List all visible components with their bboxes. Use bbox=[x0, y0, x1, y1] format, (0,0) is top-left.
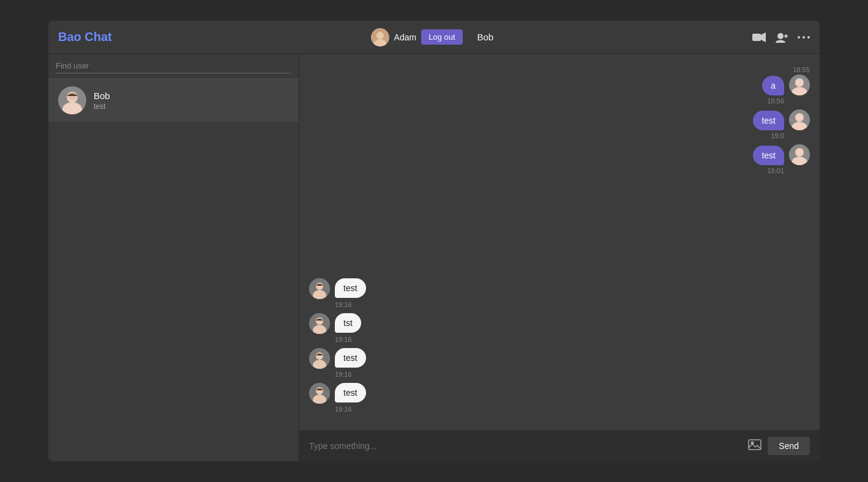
image-upload-button[interactable] bbox=[748, 439, 761, 454]
contact-last-message: test bbox=[94, 102, 110, 111]
top-bar: Bao Chat Adam Log out Bob bbox=[48, 21, 820, 54]
msg-out-row-test2: test bbox=[753, 144, 810, 165]
svg-point-8 bbox=[798, 36, 800, 39]
msg-out-group-test2: test 19:01 bbox=[309, 144, 810, 174]
svg-point-25 bbox=[316, 283, 323, 290]
incoming-avatar-4 bbox=[309, 383, 330, 404]
incoming-avatar-2 bbox=[309, 313, 330, 334]
out-time-test2: 19:01 bbox=[767, 167, 810, 174]
video-call-button[interactable] bbox=[752, 32, 766, 42]
msg-time-in-3: 19:16 bbox=[309, 371, 352, 378]
svg-point-28 bbox=[316, 317, 323, 325]
msg-time-in-4: 19:16 bbox=[309, 406, 352, 413]
msg-time-in-2: 19:16 bbox=[309, 336, 352, 343]
svg-rect-3 bbox=[752, 34, 761, 41]
svg-point-34 bbox=[316, 387, 323, 395]
svg-point-16 bbox=[795, 78, 804, 87]
more-options-button[interactable] bbox=[798, 35, 810, 39]
current-user-avatar bbox=[371, 28, 389, 46]
msg-row-in-4: test bbox=[309, 383, 366, 404]
msg-bubble-a: a bbox=[762, 76, 784, 95]
sidebar: Bob test bbox=[48, 54, 299, 461]
search-input[interactable] bbox=[56, 59, 291, 73]
messages-container: 18:55 a 18:56 bbox=[299, 54, 820, 430]
svg-point-1 bbox=[376, 32, 384, 39]
msg-out-group-a: a 18:56 bbox=[309, 75, 810, 105]
msg-bubble-in-4: test bbox=[335, 383, 366, 402]
chat-partner-name: Bob bbox=[477, 32, 494, 42]
msg-bubble-test1: test bbox=[753, 111, 784, 130]
msg-row-in-1: test bbox=[309, 278, 366, 299]
outgoing-avatar-a bbox=[789, 75, 810, 95]
timestamp-1855: 18:55 bbox=[309, 66, 810, 73]
msg-out-group-test1: test 19:0 bbox=[309, 109, 810, 139]
msg-group-in-3: test 19:16 bbox=[309, 348, 810, 378]
msg-row-in-2: tst bbox=[309, 313, 361, 334]
main-content: Bob test 18:55 a bbox=[48, 54, 820, 461]
msg-bubble-in-3: test bbox=[335, 348, 366, 368]
contact-item[interactable]: Bob test bbox=[48, 79, 299, 122]
svg-point-22 bbox=[795, 148, 804, 157]
out-time-test1: 19:0 bbox=[771, 132, 810, 139]
input-bar: Send bbox=[299, 430, 820, 461]
svg-point-10 bbox=[807, 36, 810, 39]
top-bar-actions bbox=[752, 32, 810, 43]
chat-area: 18:55 a 18:56 bbox=[299, 54, 820, 461]
search-bar bbox=[48, 54, 299, 79]
msg-group-in-4: test 19:16 bbox=[309, 383, 810, 413]
msg-bubble-test2: test bbox=[753, 146, 784, 165]
user-info: Adam Log out bbox=[371, 28, 463, 46]
msg-out-row-a: a bbox=[762, 75, 810, 95]
msg-bubble-in-1: test bbox=[335, 278, 366, 298]
svg-point-19 bbox=[795, 113, 804, 122]
out-time-a: 18:56 bbox=[767, 97, 810, 105]
svg-marker-4 bbox=[761, 32, 766, 42]
contact-details: Bob test bbox=[94, 91, 110, 111]
contact-name: Bob bbox=[94, 91, 110, 101]
app-title: Bao Chat bbox=[58, 30, 112, 44]
msg-row-in-3: test bbox=[309, 348, 366, 369]
svg-point-5 bbox=[777, 33, 784, 39]
message-input[interactable] bbox=[309, 441, 742, 451]
outgoing-avatar-test1 bbox=[789, 109, 810, 130]
contact-list: Bob test bbox=[48, 79, 299, 461]
msg-group-in-2: tst 19:16 bbox=[309, 313, 810, 343]
add-user-button[interactable] bbox=[776, 32, 788, 43]
current-user-name: Adam bbox=[394, 32, 417, 42]
msg-out-row-test1: test bbox=[753, 109, 810, 130]
logout-button[interactable]: Log out bbox=[421, 29, 462, 45]
svg-rect-36 bbox=[749, 440, 761, 450]
app-window: Bao Chat Adam Log out Bob bbox=[48, 21, 820, 461]
send-button[interactable]: Send bbox=[768, 437, 810, 455]
svg-point-9 bbox=[803, 36, 805, 39]
svg-point-31 bbox=[316, 352, 323, 360]
msg-time-in-1: 19:16 bbox=[309, 301, 352, 308]
incoming-avatar-1 bbox=[309, 278, 330, 299]
outgoing-avatar-test2 bbox=[789, 144, 810, 165]
msg-bubble-in-2: tst bbox=[335, 313, 361, 333]
contact-avatar-bob bbox=[58, 86, 86, 114]
incoming-avatar-3 bbox=[309, 348, 330, 369]
msg-group-in-1: test 19:16 bbox=[309, 278, 810, 308]
